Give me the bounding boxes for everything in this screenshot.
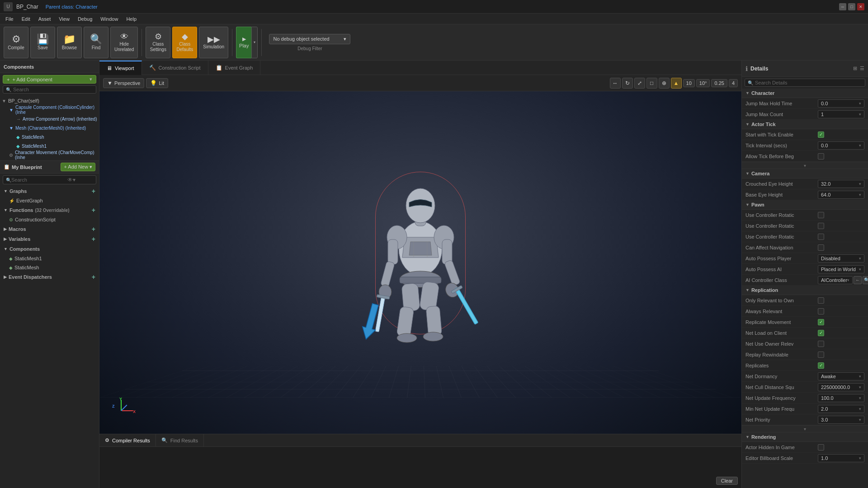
use-ctrl-rot-1-checkbox[interactable] [818, 223, 824, 229]
find-button[interactable]: 🔍 Find [84, 27, 108, 58]
clear-button[interactable]: Clear [716, 477, 738, 485]
only-relevant-checkbox[interactable] [818, 297, 824, 304]
crouched-eye-input[interactable]: 32.0 ▾ [818, 180, 864, 188]
simulation-button[interactable]: ▶▶ Simulation [199, 27, 228, 58]
tree-item-staticmesh2[interactable]: ◆ StaticMesh1 [0, 141, 99, 150]
functions-section-header[interactable]: ▼ Functions (32 Overridable) + [0, 205, 99, 215]
replay-rewindable-checkbox[interactable] [818, 352, 824, 358]
pawn-section-header[interactable]: ▼ Pawn [742, 200, 868, 210]
details-list-icon[interactable]: ☰ [860, 66, 864, 71]
menu-debug[interactable]: Debug [74, 15, 96, 23]
replicate-movement-checkbox[interactable]: ✓ [818, 319, 824, 325]
replicates-checkbox[interactable]: ✓ [818, 362, 824, 369]
menu-asset[interactable]: Asset [35, 15, 55, 23]
actor-hidden-checkbox[interactable] [818, 444, 824, 450]
auto-possess-ai-dropdown[interactable]: Placed in World ▾ [818, 265, 864, 273]
viewport-tab[interactable]: 🖥 Viewport [99, 61, 142, 75]
bp-options-icon[interactable]: ▾ [73, 177, 75, 183]
ai-controller-back-button[interactable]: ← [854, 276, 862, 284]
macros-section-header[interactable]: ▶ Macros + [0, 224, 99, 234]
bp-eye-icon[interactable]: 👁 [67, 177, 73, 183]
compiler-results-tab[interactable]: ⚙ Compiler Results [99, 434, 156, 447]
tree-item-arrow[interactable]: → Arrow Component (Arrow) (Inherited) [0, 114, 99, 123]
play-button[interactable]: ▶ Play [236, 27, 251, 58]
rendering-section-header[interactable]: ▼ Rendering [742, 432, 868, 442]
vp-translate-button[interactable]: ↔ [610, 78, 621, 89]
vp-world-button[interactable]: ⊕ [659, 78, 670, 89]
tree-item-staticmesh1[interactable]: ◆ StaticMesh [0, 132, 99, 141]
menu-window[interactable]: Window [97, 15, 122, 23]
add-variable-button[interactable]: + [92, 236, 95, 242]
net-dormancy-dropdown[interactable]: Awake ▾ [818, 372, 864, 380]
actor-tick-scroll-down[interactable]: ▾ [742, 162, 868, 169]
jump-max-hold-input[interactable]: 0.0 ▾ [818, 99, 864, 108]
replication-scroll-down[interactable]: ▾ [742, 425, 868, 432]
tree-item-movement[interactable]: ⚙ Character Movement (CharMoveComp) (Inh… [0, 150, 99, 160]
close-button[interactable]: ✕ [857, 3, 864, 10]
debug-object-dropdown[interactable]: No debug object selected ▾ [269, 34, 350, 44]
use-ctrl-rot-2-checkbox[interactable] [818, 234, 824, 240]
construction-script-tab[interactable]: 🔨 Construction Script [142, 61, 208, 75]
always-relevant-checkbox[interactable] [818, 308, 824, 314]
details-grid-icon[interactable]: ⊞ [853, 66, 857, 71]
minimize-button[interactable]: ─ [839, 3, 846, 10]
net-load-client-checkbox[interactable]: ✓ [818, 330, 824, 336]
add-graph-button[interactable]: + [92, 188, 95, 194]
vp-scale-button[interactable]: ⤢ [634, 78, 645, 89]
allow-tick-checkbox[interactable] [818, 153, 824, 160]
blueprint-search-input[interactable] [11, 177, 66, 183]
add-component-button[interactable]: + + Add Component ▾ [3, 75, 96, 84]
net-cull-distance-input[interactable]: 225000000.0 ▾ [818, 383, 864, 391]
find-results-tab[interactable]: 🔍 Find Results [156, 434, 204, 447]
menu-help[interactable]: Help [123, 15, 140, 23]
maximize-button[interactable]: □ [848, 3, 855, 10]
base-eye-input[interactable]: 64.0 ▾ [818, 191, 864, 199]
static-mesh-item[interactable]: ◆ StaticMesh [0, 263, 99, 272]
vp-scale-num-button[interactable]: 0.25 [711, 79, 727, 87]
start-tick-checkbox[interactable]: ✓ [818, 131, 824, 138]
static-mesh1-item[interactable]: ◆ StaticMesh1 [0, 254, 99, 263]
ai-controller-search-button[interactable]: 🔍 [863, 276, 868, 284]
graphs-section-header[interactable]: ▼ Graphs + [0, 186, 99, 196]
can-affect-nav-checkbox[interactable] [818, 244, 824, 251]
details-search-input[interactable] [755, 80, 836, 85]
character-section-header[interactable]: ▼ Character [742, 89, 868, 98]
add-function-button[interactable]: + [92, 207, 95, 213]
tick-interval-input[interactable]: 0.0 ▾ [818, 141, 864, 150]
add-event-dispatcher-button[interactable]: + [92, 274, 95, 280]
vp-rotate-button[interactable]: ↻ [622, 78, 633, 89]
hide-unrelated-button[interactable]: 👁 HideUnrelated [110, 27, 138, 58]
add-new-button[interactable]: + Add New ▾ [61, 163, 95, 171]
jump-max-count-input[interactable]: 1 ▾ [818, 110, 864, 118]
vp-box-button[interactable]: □ [646, 78, 657, 89]
vp-warning-button[interactable]: ▲ [671, 78, 682, 89]
class-defaults-button[interactable]: ◆ ClassDefaults [172, 27, 197, 58]
3d-viewport[interactable]: X Y Z [99, 91, 741, 434]
net-priority-input[interactable]: 3.0 ▾ [818, 416, 864, 424]
components-search-input[interactable] [13, 87, 93, 92]
menu-file[interactable]: File [2, 15, 17, 23]
event-graph-item[interactable]: ⚡ EventGraph [0, 196, 99, 205]
browse-button[interactable]: 📁 Browse [57, 27, 82, 58]
compile-button[interactable]: ⚙ Compile [4, 27, 28, 58]
save-button[interactable]: 💾 Save [30, 27, 55, 58]
auto-possess-player-dropdown[interactable]: Disabled ▾ [818, 254, 864, 263]
min-net-update-input[interactable]: 2.0 ▾ [818, 405, 864, 413]
menu-view[interactable]: View [55, 15, 73, 23]
lit-button[interactable]: 💡 Lit [146, 78, 168, 88]
use-ctrl-rot-0-checkbox[interactable] [818, 212, 824, 218]
event-dispatchers-section-header[interactable]: ▶ Event Dispatchers + [0, 272, 99, 282]
components-bp-section-header[interactable]: ▼ Components [0, 244, 99, 254]
tree-item-self[interactable]: ▼ BP_Char(self) [0, 96, 99, 105]
net-use-owner-checkbox[interactable] [818, 341, 824, 347]
play-dropdown-arrow[interactable]: ▾ [251, 27, 258, 58]
replication-section-header[interactable]: ▼ Replication [742, 286, 868, 295]
menu-edit[interactable]: Edit [18, 15, 34, 23]
event-graph-tab[interactable]: 📋 Event Graph [208, 61, 261, 75]
ai-controller-dropdown[interactable]: AIController ▾ [818, 276, 853, 284]
construction-script-item[interactable]: ⚙ ConstructionScript [0, 215, 99, 224]
perspective-button[interactable]: ▼ Perspective [103, 78, 144, 88]
tree-item-mesh[interactable]: ▼ Mesh (CharacterMesh0) (Inherited) [0, 123, 99, 132]
camera-section-header[interactable]: ▼ Camera [742, 169, 868, 178]
variables-section-header[interactable]: ▶ Variables + [0, 234, 99, 244]
